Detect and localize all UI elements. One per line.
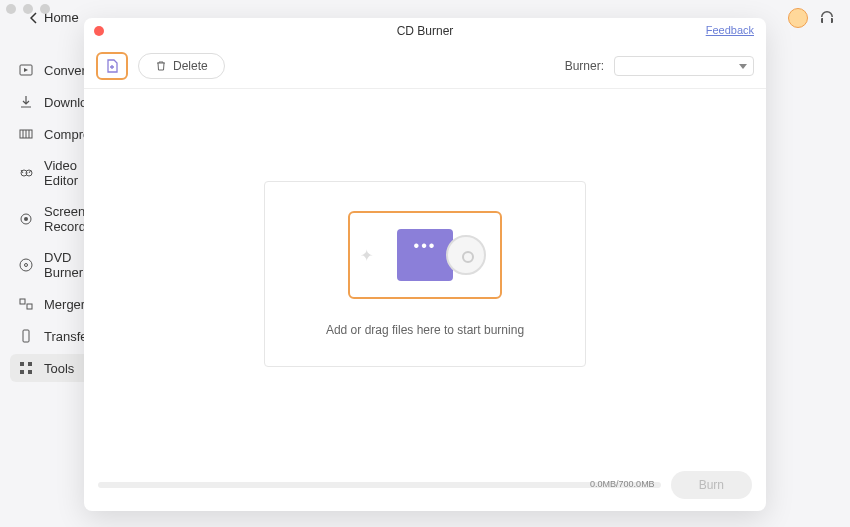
feedback-link[interactable]: Feedback — [706, 24, 754, 36]
drop-zone[interactable]: ✦ Add or drag files here to start burnin… — [264, 181, 586, 367]
svg-rect-8 — [20, 299, 25, 304]
delete-button[interactable]: Delete — [138, 53, 225, 79]
drop-illustration: ✦ — [348, 211, 502, 299]
add-file-icon — [104, 58, 120, 74]
modal-title: CD Burner — [397, 24, 454, 38]
burn-button[interactable]: Burn — [671, 471, 752, 499]
burner-label: Burner: — [565, 59, 604, 73]
avatar[interactable] — [788, 8, 808, 28]
nav-label: Merger — [44, 297, 85, 312]
drop-text: Add or drag files here to start burning — [326, 323, 524, 337]
svg-point-6 — [20, 259, 32, 271]
svg-rect-10 — [23, 330, 29, 342]
capacity-text: 0.0MB/700.0MB — [590, 479, 655, 489]
cd-burner-modal: CD Burner Feedback Delete Burner: ✦ Add … — [84, 18, 766, 511]
trash-icon — [155, 60, 167, 72]
delete-label: Delete — [173, 59, 208, 73]
svg-point-7 — [25, 264, 28, 267]
support-icon[interactable] — [818, 9, 836, 27]
svg-point-5 — [24, 217, 28, 221]
svg-rect-9 — [27, 304, 32, 309]
svg-rect-12 — [28, 362, 32, 366]
close-icon[interactable] — [94, 26, 104, 36]
capacity-bar: 0.0MB/700.0MB — [98, 482, 661, 488]
svg-rect-11 — [20, 362, 24, 366]
add-file-button[interactable] — [96, 52, 128, 80]
svg-rect-14 — [28, 370, 32, 374]
burner-select[interactable] — [614, 56, 754, 76]
disc-icon — [446, 235, 486, 275]
svg-rect-13 — [20, 370, 24, 374]
nav-label: Tools — [44, 361, 74, 376]
sparkle-icon: ✦ — [360, 246, 373, 265]
